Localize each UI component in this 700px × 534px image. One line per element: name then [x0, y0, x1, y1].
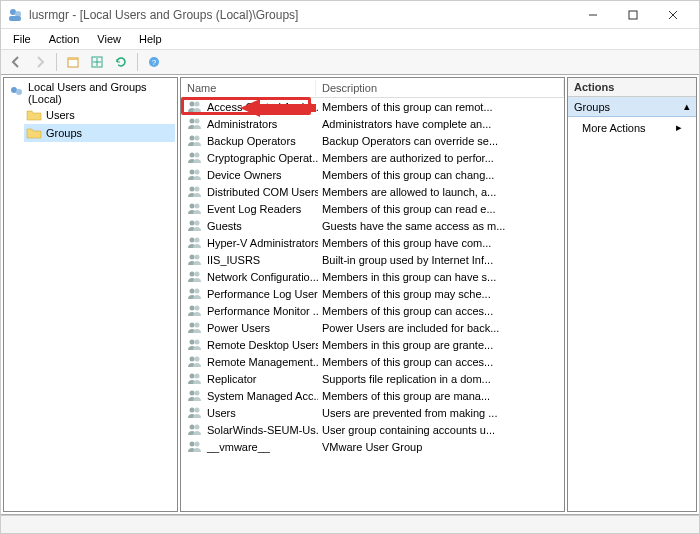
svg-point-50 — [190, 408, 195, 413]
content-area: Local Users and Groups (Local) Users Gro… — [1, 75, 699, 515]
svg-point-21 — [195, 153, 200, 158]
folder-icon — [26, 107, 42, 123]
group-description: Members in this group are grante... — [318, 339, 562, 351]
back-button[interactable] — [5, 51, 27, 73]
tree-pane[interactable]: Local Users and Groups (Local) Users Gro… — [3, 77, 178, 512]
group-description: Power Users are included for back... — [318, 322, 562, 334]
svg-rect-4 — [629, 11, 637, 19]
refresh-button[interactable] — [110, 51, 132, 73]
group-description: Guests have the same access as m... — [318, 220, 562, 232]
svg-text:?: ? — [152, 58, 157, 67]
maximize-button[interactable] — [613, 2, 653, 28]
actions-groups-section[interactable]: Groups ▴ — [568, 97, 696, 117]
svg-rect-8 — [68, 58, 78, 60]
list-row[interactable]: Remote Desktop UsersMembers in this grou… — [181, 336, 564, 353]
svg-point-44 — [190, 357, 195, 362]
close-button[interactable] — [653, 2, 693, 28]
group-description: Administrators have complete an... — [318, 118, 562, 130]
actions-more-label: More Actions — [582, 122, 646, 134]
group-name: Power Users — [207, 322, 270, 334]
svg-point-17 — [195, 119, 200, 124]
list-row[interactable]: GuestsGuests have the same access as m..… — [181, 217, 564, 234]
group-name: Remote Desktop Users — [207, 339, 318, 351]
svg-point-53 — [195, 425, 200, 430]
menu-action[interactable]: Action — [41, 31, 88, 47]
group-description: Members of this group have com... — [318, 237, 562, 249]
list-row[interactable]: UsersUsers are prevented from making ... — [181, 404, 564, 421]
menu-file[interactable]: File — [5, 31, 39, 47]
minimize-button[interactable] — [573, 2, 613, 28]
svg-point-41 — [195, 323, 200, 328]
properties-button[interactable] — [62, 51, 84, 73]
column-description-header[interactable]: Description — [316, 80, 564, 96]
svg-point-43 — [195, 340, 200, 345]
list-row[interactable]: Backup OperatorsBackup Operators can ove… — [181, 132, 564, 149]
list-row[interactable]: Power UsersPower Users are included for … — [181, 319, 564, 336]
svg-point-27 — [195, 204, 200, 209]
group-icon — [187, 151, 203, 164]
list-row[interactable]: Distributed COM UsersMembers are allowed… — [181, 183, 564, 200]
list-row[interactable]: AdministratorsAdministrators have comple… — [181, 115, 564, 132]
svg-point-22 — [190, 170, 195, 175]
group-description: User group containing accounts u... — [318, 424, 562, 436]
list-row[interactable]: Remote Management...Members of this grou… — [181, 353, 564, 370]
group-icon — [187, 389, 203, 402]
svg-point-25 — [195, 187, 200, 192]
list-row[interactable]: SolarWinds-SEUM-Us...User group containi… — [181, 421, 564, 438]
list-row[interactable]: ReplicatorSupports file replication in a… — [181, 370, 564, 387]
list-row[interactable]: Access Control Assist...Members of this … — [181, 98, 564, 115]
svg-point-31 — [195, 238, 200, 243]
group-icon — [187, 338, 203, 351]
titlebar: lusrmgr - [Local Users and Groups (Local… — [1, 1, 699, 29]
list-row[interactable]: System Managed Acc...Members of this gro… — [181, 387, 564, 404]
svg-point-24 — [190, 187, 195, 192]
tree-groups-label: Groups — [46, 127, 82, 139]
svg-point-16 — [190, 119, 195, 124]
export-button[interactable] — [86, 51, 108, 73]
app-icon — [7, 7, 23, 23]
group-name: Access Control Assist... — [207, 101, 318, 113]
menu-help[interactable]: Help — [131, 31, 170, 47]
group-description: Backup Operators can override se... — [318, 135, 562, 147]
actions-groups-label: Groups — [574, 101, 610, 113]
group-icon — [187, 100, 203, 113]
tree-groups-node[interactable]: Groups — [24, 124, 175, 142]
list-row[interactable]: Hyper-V AdministratorsMembers of this gr… — [181, 234, 564, 251]
list-row[interactable]: IIS_IUSRSBuilt-in group used by Internet… — [181, 251, 564, 268]
group-icon — [187, 185, 203, 198]
list-row[interactable]: __vmware__VMware User Group — [181, 438, 564, 455]
svg-point-55 — [195, 442, 200, 447]
tree-users-node[interactable]: Users — [24, 106, 175, 124]
toolbar-separator — [137, 53, 138, 71]
svg-point-28 — [190, 221, 195, 226]
forward-button[interactable] — [29, 51, 51, 73]
column-name-header[interactable]: Name — [181, 80, 316, 96]
toolbar: ? — [1, 49, 699, 75]
list-row[interactable]: Performance Log UsersMembers of this gro… — [181, 285, 564, 302]
menu-view[interactable]: View — [89, 31, 129, 47]
folder-icon — [26, 125, 42, 141]
group-icon — [187, 406, 203, 419]
actions-header: Actions — [568, 78, 696, 97]
svg-point-38 — [190, 306, 195, 311]
svg-point-39 — [195, 306, 200, 311]
list-row[interactable]: Device OwnersMembers of this group can c… — [181, 166, 564, 183]
group-name: Hyper-V Administrators — [207, 237, 318, 249]
list-row[interactable]: Performance Monitor ...Members of this g… — [181, 302, 564, 319]
computer-icon — [8, 85, 24, 101]
list-row[interactable]: Cryptographic Operat...Members are autho… — [181, 149, 564, 166]
actions-more-actions[interactable]: More Actions ▸ — [568, 117, 696, 138]
group-description: Members of this group can chang... — [318, 169, 562, 181]
list-body[interactable]: Access Control Assist...Members of this … — [181, 98, 564, 511]
group-name: Backup Operators — [207, 135, 296, 147]
svg-point-54 — [190, 442, 195, 447]
list-row[interactable]: Network Configuratio...Members in this g… — [181, 268, 564, 285]
group-description: Members of this group can read e... — [318, 203, 562, 215]
help-button[interactable]: ? — [143, 51, 165, 73]
svg-point-15 — [195, 102, 200, 107]
group-icon — [187, 202, 203, 215]
tree-root-node[interactable]: Local Users and Groups (Local) — [6, 80, 175, 106]
group-name: Cryptographic Operat... — [207, 152, 318, 164]
list-row[interactable]: Event Log ReadersMembers of this group c… — [181, 200, 564, 217]
group-name: Distributed COM Users — [207, 186, 318, 198]
